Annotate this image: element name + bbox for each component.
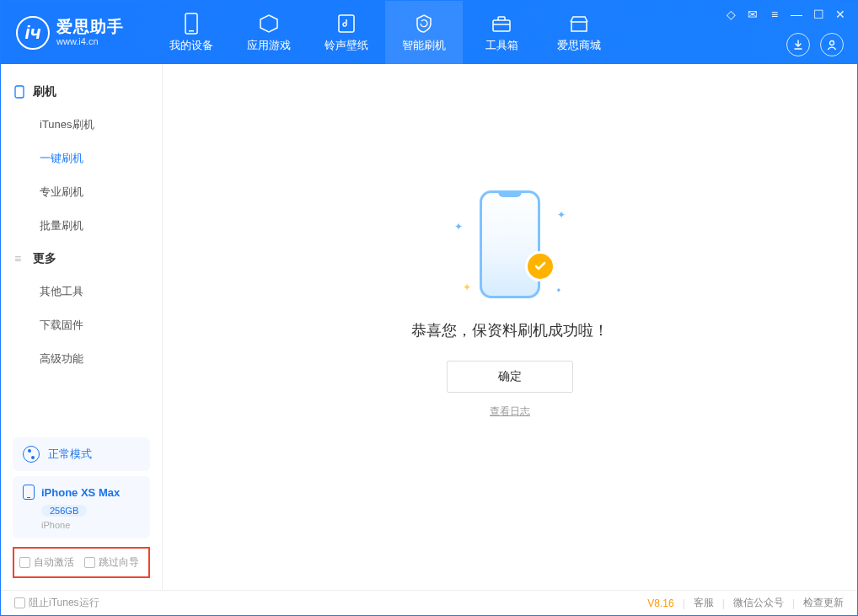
minimize-button[interactable]: ― xyxy=(786,6,807,23)
sidebar-item-other-tools[interactable]: 其他工具 xyxy=(1,275,162,308)
apps-icon xyxy=(258,13,280,35)
device-icon xyxy=(180,13,202,35)
sidebar-item-batch-flash[interactable]: 批量刷机 xyxy=(1,209,162,243)
checkbox-skip-guide[interactable]: 跳过向导 xyxy=(84,555,139,570)
app-subtitle: www.i4.cn xyxy=(56,36,124,46)
svg-rect-3 xyxy=(493,20,510,31)
view-log-link[interactable]: 查看日志 xyxy=(490,404,530,419)
ringtone-icon xyxy=(335,13,357,35)
app-window: iч 爱思助手 www.i4.cn 我的设备 应用游戏 铃声壁纸 智能刷机 xyxy=(0,0,858,616)
wechat-link[interactable]: 微信公众号 xyxy=(733,596,784,610)
logo-icon: iч xyxy=(16,16,50,50)
svg-rect-6 xyxy=(15,86,24,98)
device-name: iPhone XS Max xyxy=(41,486,120,499)
sidebar-bottom: 正常模式 iPhone XS Max 256GB iPhone 自动激活 xyxy=(1,432,162,590)
sparkle-icon: • xyxy=(557,285,560,297)
device-small-icon xyxy=(23,485,35,500)
success-illustration: ✦ ✦ ✦ • xyxy=(451,185,569,303)
sidebar-item-pro-flash[interactable]: 专业刷机 xyxy=(1,175,162,209)
app-title: 爱思助手 xyxy=(56,19,124,36)
mode-card[interactable]: 正常模式 xyxy=(13,437,150,471)
checkbox-row-highlighted: 自动激活 跳过向导 xyxy=(13,547,150,578)
close-button[interactable]: ✕ xyxy=(830,6,850,23)
sparkle-icon: ✦ xyxy=(454,221,463,233)
logo-area: iч 爱思助手 www.i4.cn xyxy=(1,1,153,64)
ok-button[interactable]: 确定 xyxy=(447,361,573,393)
checkbox-icon xyxy=(19,557,30,568)
phone-icon xyxy=(480,190,540,298)
tab-apps[interactable]: 应用游戏 xyxy=(230,1,308,64)
download-button[interactable] xyxy=(786,33,810,56)
menu-icon[interactable]: ≡ xyxy=(764,6,785,23)
shirt-icon[interactable]: ◇ xyxy=(721,6,741,23)
flash-icon xyxy=(413,13,435,35)
sidebar-section-more: ≡ 更多 xyxy=(1,243,162,275)
sidebar-section-flash: 刷机 xyxy=(1,76,162,108)
sidebar-item-itunes-flash[interactable]: iTunes刷机 xyxy=(1,108,162,142)
maximize-button[interactable]: ☐ xyxy=(808,6,829,23)
checkbox-icon xyxy=(84,557,95,568)
check-update-link[interactable]: 检查更新 xyxy=(803,596,844,610)
svg-rect-1 xyxy=(189,30,194,32)
svg-point-5 xyxy=(830,41,834,46)
titlebar: iч 爱思助手 www.i4.cn 我的设备 应用游戏 铃声壁纸 智能刷机 xyxy=(1,1,857,64)
tab-smart-flash[interactable]: 智能刷机 xyxy=(385,1,463,64)
feedback-icon[interactable]: ✉ xyxy=(743,6,763,23)
sidebar-item-download-firmware[interactable]: 下载固件 xyxy=(1,308,162,342)
checkbox-icon xyxy=(14,597,25,608)
mode-label: 正常模式 xyxy=(48,447,92,462)
check-badge-icon xyxy=(525,251,555,281)
tab-toolbox[interactable]: 工具箱 xyxy=(463,1,540,64)
sidebar-item-advanced[interactable]: 高级功能 xyxy=(1,342,162,376)
device-card[interactable]: iPhone XS Max 256GB iPhone xyxy=(13,476,150,538)
sidebar-item-one-click-flash[interactable]: 一键刷机 xyxy=(1,142,162,175)
tab-ringtones[interactable]: 铃声壁纸 xyxy=(308,1,385,64)
statusbar: 阻止iTunes运行 V8.16 | 客服 | 微信公众号 | 检查更新 xyxy=(1,590,857,615)
main-content: ✦ ✦ ✦ • 恭喜您，保资料刷机成功啦！ 确定 查看日志 xyxy=(163,64,857,590)
sparkle-icon: ✦ xyxy=(557,209,566,221)
list-icon: ≡ xyxy=(14,252,26,265)
sparkle-icon: ✦ xyxy=(463,281,471,293)
device-type: iPhone xyxy=(41,520,140,530)
nav-tabs: 我的设备 应用游戏 铃声壁纸 智能刷机 工具箱 爱思商城 xyxy=(153,1,618,64)
phone-outline-icon xyxy=(14,85,26,99)
sidebar: 刷机 iTunes刷机 一键刷机 专业刷机 批量刷机 ≡ 更多 其他工具 下载固… xyxy=(1,64,163,590)
success-message: 恭喜您，保资料刷机成功啦！ xyxy=(411,320,609,340)
user-buttons xyxy=(786,33,844,56)
checkbox-block-itunes[interactable]: 阻止iTunes运行 xyxy=(14,596,99,610)
toolbox-icon xyxy=(491,13,512,35)
store-icon xyxy=(568,13,590,35)
body: 刷机 iTunes刷机 一键刷机 专业刷机 批量刷机 ≡ 更多 其他工具 下载固… xyxy=(1,64,857,590)
tab-my-device[interactable]: 我的设备 xyxy=(153,1,230,64)
checkbox-auto-activate[interactable]: 自动激活 xyxy=(19,555,74,570)
capacity-badge: 256GB xyxy=(41,505,87,517)
version-label: V8.16 xyxy=(647,597,673,609)
support-link[interactable]: 客服 xyxy=(694,596,714,610)
tab-store[interactable]: 爱思商城 xyxy=(540,1,618,64)
mode-icon xyxy=(23,446,40,463)
user-button[interactable] xyxy=(820,33,844,56)
